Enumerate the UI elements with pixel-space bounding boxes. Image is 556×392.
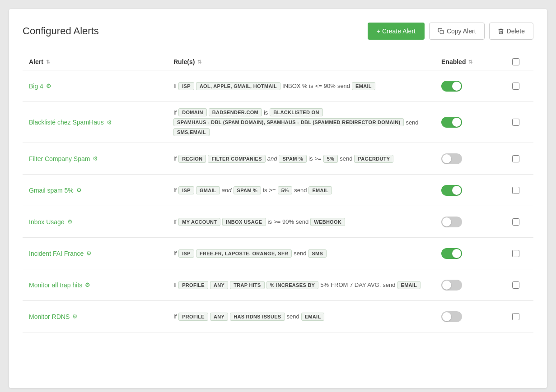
rule-tag: SMS,EMAIL bbox=[173, 128, 210, 136]
main-container: Configured Alerts + Create Alert Copy Al… bbox=[9, 9, 547, 388]
rule-tag: BADSENDER.COM bbox=[209, 108, 262, 116]
rule-text: 90% bbox=[324, 83, 336, 89]
table-row: Gmail spam 5% ⚙IfISPGMAILandSPAM %is>=5%… bbox=[23, 175, 533, 206]
rule-text: >= bbox=[314, 155, 321, 162]
rule-cell: IfISPGMAILandSPAM %is>=5%sendEMAIL bbox=[173, 186, 441, 194]
enabled-toggle[interactable] bbox=[441, 311, 462, 322]
alert-name-cell: Monitor all trap hits ⚙ bbox=[29, 281, 173, 289]
col-alert: Alert ⇅ bbox=[29, 58, 173, 65]
rule-text-italic: and bbox=[222, 187, 232, 194]
toggle-slider bbox=[441, 153, 462, 164]
toggle-cell bbox=[441, 185, 505, 196]
rule-tag: EMAIL bbox=[397, 281, 421, 289]
alert-name-link[interactable]: Filter Company Spam bbox=[29, 155, 90, 162]
table-body: Big 4 ⚙IfISPAOL, APPLE, GMAIL, HOTMAILIN… bbox=[23, 70, 533, 332]
gear-icon[interactable]: ⚙ bbox=[76, 187, 82, 194]
header-actions: + Create Alert Copy Alert Delete bbox=[368, 23, 533, 40]
copy-alert-button[interactable]: Copy Alert bbox=[429, 23, 485, 40]
alert-name-link[interactable]: Inbox Usage bbox=[29, 218, 65, 226]
rule-text: >= bbox=[274, 218, 280, 225]
enabled-toggle[interactable] bbox=[441, 248, 462, 259]
gear-icon[interactable]: ⚙ bbox=[93, 155, 98, 162]
rule-text: is bbox=[308, 155, 313, 162]
rule-text: send bbox=[337, 83, 350, 89]
gear-icon[interactable]: ⚙ bbox=[72, 313, 78, 320]
toggle-slider bbox=[441, 185, 462, 196]
enabled-toggle[interactable] bbox=[441, 280, 462, 291]
row-select-checkbox[interactable] bbox=[512, 187, 519, 194]
rule-text: is bbox=[268, 218, 272, 225]
page-header: Configured Alerts + Create Alert Copy Al… bbox=[23, 23, 533, 40]
alert-name-link[interactable]: Monitor RDNS bbox=[29, 313, 70, 320]
row-checkbox-cell bbox=[505, 250, 527, 257]
alert-name-link[interactable]: Monitor all trap hits bbox=[29, 281, 82, 289]
row-select-checkbox[interactable] bbox=[512, 83, 519, 90]
row-checkbox-cell bbox=[505, 187, 527, 194]
table-header: Alert ⇅ Rule(s) ⇅ Enabled ⇅ bbox=[23, 54, 533, 70]
rule-text: If bbox=[173, 218, 177, 225]
create-alert-button[interactable]: + Create Alert bbox=[368, 23, 425, 40]
table-row: Incident FAI France ⚙IfISPFREE.FR, LAPOS… bbox=[23, 238, 533, 269]
gear-icon[interactable]: ⚙ bbox=[86, 250, 92, 257]
rule-tag: EMAIL bbox=[301, 313, 325, 321]
delete-alert-button[interactable]: Delete bbox=[489, 23, 533, 40]
rule-tag: WEBHOOK bbox=[310, 218, 345, 226]
sort-enabled-icon[interactable]: ⇅ bbox=[468, 59, 472, 65]
rule-text: FROM 7 DAY AVG. bbox=[331, 281, 381, 288]
toggle-cell bbox=[441, 117, 505, 128]
table-row: Big 4 ⚙IfISPAOL, APPLE, GMAIL, HOTMAILIN… bbox=[23, 70, 533, 102]
alert-name-cell: Blacklisté chez SpamHaus ⚙ bbox=[29, 119, 173, 126]
rule-tag: EMAIL bbox=[308, 186, 332, 194]
alert-name-link[interactable]: Incident FAI France bbox=[29, 250, 84, 257]
rule-tag: PROFILE bbox=[178, 281, 208, 289]
rule-cell: IfDOMAINBADSENDER.COMisBLACKLISTED ONSPA… bbox=[173, 108, 441, 136]
sort-alert-icon[interactable]: ⇅ bbox=[46, 59, 50, 65]
header-divider bbox=[23, 49, 533, 49]
rule-cell: IfPROFILEANYHAS RDNS ISSUESsendEMAIL bbox=[173, 313, 441, 321]
gear-icon[interactable]: ⚙ bbox=[107, 119, 112, 126]
rule-tag: PAGERDUTY bbox=[354, 155, 393, 163]
alert-name-link[interactable]: Blacklisté chez SpamHaus bbox=[29, 119, 104, 126]
alert-name-link[interactable]: Big 4 bbox=[29, 83, 43, 90]
enabled-toggle[interactable] bbox=[441, 117, 462, 128]
rule-text: INBOX % is bbox=[282, 83, 313, 89]
alert-name-link[interactable]: Gmail spam 5% bbox=[29, 187, 74, 194]
gear-icon[interactable]: ⚙ bbox=[46, 83, 51, 89]
rule-tag: SMS bbox=[308, 249, 327, 258]
rule-tag: GMAIL bbox=[196, 186, 220, 194]
table-row: Monitor RDNS ⚙IfPROFILEANYHAS RDNS ISSUE… bbox=[23, 301, 533, 332]
toggle-cell bbox=[441, 280, 505, 291]
col-enabled: Enabled ⇅ bbox=[441, 58, 505, 65]
row-select-checkbox[interactable] bbox=[512, 250, 519, 257]
gear-icon[interactable]: ⚙ bbox=[67, 218, 73, 225]
row-checkbox-cell bbox=[505, 218, 527, 226]
toggle-slider bbox=[441, 248, 462, 259]
rule-text-italic: and bbox=[267, 155, 277, 162]
toggle-cell bbox=[441, 81, 505, 92]
rule-tag: AOL, APPLE, GMAIL, HOTMAIL bbox=[196, 82, 280, 90]
table-row: Blacklisté chez SpamHaus ⚙IfDOMAINBADSEN… bbox=[23, 102, 533, 143]
row-select-checkbox[interactable] bbox=[512, 218, 519, 226]
row-checkbox-cell bbox=[505, 281, 527, 289]
row-checkbox-cell bbox=[505, 83, 527, 90]
select-all-checkbox[interactable] bbox=[512, 58, 519, 65]
rule-text: is bbox=[264, 109, 268, 116]
sort-rules-icon[interactable]: ⇅ bbox=[197, 59, 201, 65]
select-all-cell[interactable] bbox=[505, 58, 527, 65]
toggle-slider bbox=[441, 117, 462, 128]
enabled-toggle[interactable] bbox=[441, 153, 462, 164]
alert-name-cell: Gmail spam 5% ⚙ bbox=[29, 187, 173, 194]
rule-text: send bbox=[340, 155, 352, 162]
enabled-toggle[interactable] bbox=[441, 185, 462, 196]
gear-icon[interactable]: ⚙ bbox=[85, 281, 90, 288]
rule-text: If bbox=[173, 187, 177, 194]
enabled-toggle[interactable] bbox=[441, 217, 462, 227]
enabled-toggle[interactable] bbox=[441, 81, 462, 92]
rule-text: If bbox=[173, 313, 177, 320]
row-select-checkbox[interactable] bbox=[512, 313, 519, 320]
rule-text: If bbox=[173, 281, 177, 288]
row-select-checkbox[interactable] bbox=[512, 119, 519, 126]
row-select-checkbox[interactable] bbox=[512, 281, 519, 289]
row-select-checkbox[interactable] bbox=[512, 155, 519, 162]
row-checkbox-cell bbox=[505, 155, 527, 162]
